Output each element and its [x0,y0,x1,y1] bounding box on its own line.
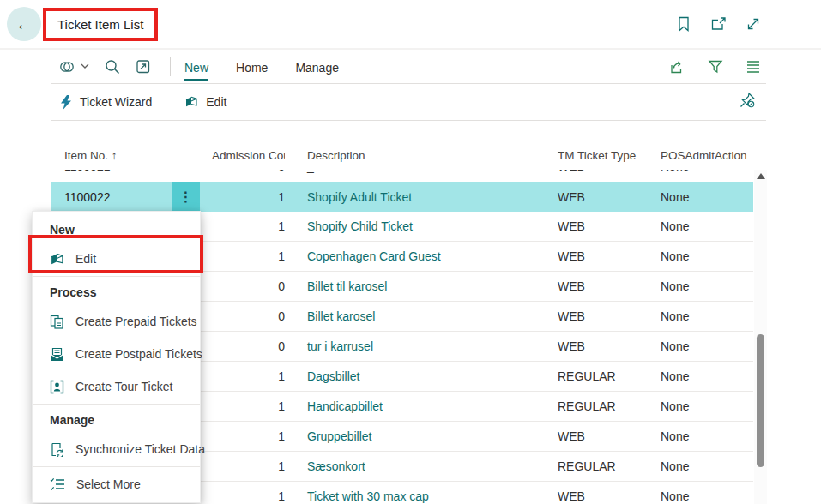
column-header-admission-count[interactable]: Admission Count [212,149,285,162]
prepaid-tickets-icon [50,315,64,329]
admit-action-cell: None [659,309,753,323]
ticket-type-cell: WEB [556,279,659,293]
tab-manage[interactable]: Manage [295,53,339,81]
tab-home[interactable]: Home [236,53,268,81]
menu-separator [33,466,200,467]
admit-action-cell: None [659,249,753,263]
analysis-mode-icon [136,59,151,75]
admit-action-cell: None [659,369,753,383]
menu-item-create-postpaid-label: Create Postpaid Tickets [75,347,202,361]
menu-item-select-more-label: Select More [76,477,141,491]
row-ellipsis-button[interactable]: ⋮ [172,182,200,212]
description-link[interactable]: Dagsbillet [307,369,359,383]
admission-count-cell: 1 [212,429,285,443]
menu-item-create-postpaid-tickets[interactable]: Create Postpaid Tickets [33,338,200,370]
admit-action-cell: None [659,190,753,204]
admission-count-cell: 1 [212,369,285,383]
ribbon-divider [170,57,171,76]
ticket-item-list-page: ← Ticket Item List [0,0,821,504]
row-context-menu: New Edit Process Create Prepaid Tickets [32,211,201,503]
description-link[interactable]: Shopify Adult Ticket [307,190,412,204]
analysis-mode-button[interactable] [136,59,151,75]
description-link[interactable]: Ticket with 30 max cap [307,489,429,503]
tour-ticket-icon [50,380,64,394]
admit-action-cell: None [659,279,753,293]
edit-action-button[interactable]: Edit [184,95,226,109]
admission-count-cell: 0 [212,170,285,173]
title-annotation-box: Ticket Item List [43,8,158,41]
admit-action-cell: None [659,339,753,353]
admission-count-cell: 0 [212,279,285,293]
menu-item-select-more[interactable]: Select More [33,468,200,501]
admit-action-cell: None [659,170,753,173]
share-icon[interactable] [669,59,685,75]
expand-icon[interactable] [746,16,761,32]
description-link[interactable]: Sæsonkort [307,459,365,473]
admission-count-cell: 1 [212,489,285,503]
ticket-type-cell: WEB [556,170,659,173]
filter-icon[interactable] [708,59,723,75]
description-link[interactable]: Copenhagen Card Guest [307,249,441,263]
description-link[interactable]: Gruppebillet [307,429,372,443]
tab-new[interactable]: New [184,53,208,81]
admission-count-cell: 1 [212,459,285,473]
open-in-window-icon[interactable] [710,16,727,32]
admission-count-cell: 0 [212,309,285,323]
unpin-button[interactable] [739,92,756,112]
ticket-type-cell: WEB [556,219,659,233]
description-link[interactable]: Billet til karosel [307,279,387,293]
scrollbar-thumb[interactable] [757,334,764,467]
column-header-pos-admit-action[interactable]: POSAdmitAction [659,149,753,162]
menu-separator [33,276,200,277]
menu-item-synchronize-ticket-data[interactable]: Synchronize Ticket Data [33,433,200,465]
top-bar: ← Ticket Item List [0,0,821,50]
lightning-icon [60,95,72,110]
description-cell: _ [285,170,556,173]
description-link[interactable]: tur i karrusel [307,339,373,353]
list-details-icon[interactable] [746,60,761,74]
admit-action-cell: None [659,459,753,473]
ribbon-right-icons [669,59,761,75]
table-header-row: Item No. ↑ Admission Count Description T… [51,141,753,170]
views-button[interactable] [58,59,89,75]
menu-item-create-prepaid-label: Create Prepaid Tickets [75,315,197,328]
ticket-type-cell: REGULAR [556,399,659,413]
ticket-type-cell: WEB [556,190,659,204]
description-link[interactable]: Billet karosel [307,309,375,323]
menu-item-create-tour-ticket[interactable]: Create Tour Ticket [33,370,200,403]
chevron-down-icon [81,63,89,69]
back-button[interactable]: ← [7,7,41,41]
menu-item-create-prepaid-tickets[interactable]: Create Prepaid Tickets [33,305,200,338]
menu-section-new: New [33,215,200,243]
admission-count-cell: 0 [212,339,285,353]
item-no-cell: 1100021 [51,170,212,173]
menu-section-process: Process [33,278,200,305]
action-bar: Ticket Wizard Edit [51,84,766,121]
description-link[interactable]: Shopify Child Ticket [307,219,413,233]
column-header-tm-ticket-type[interactable]: TM Ticket Type [556,149,659,162]
partial-table-row[interactable]: 1100021 0 _ WEB None [51,170,753,182]
ticket-type-cell: WEB [556,309,659,323]
description-link[interactable]: Handicapbillet [307,399,383,413]
bookmark-icon[interactable] [676,16,691,32]
search-button[interactable] [105,59,120,75]
ticket-wizard-button[interactable]: Ticket Wizard [60,95,152,110]
column-header-description[interactable]: Description [285,149,556,162]
edit-icon [184,95,198,109]
topbar-icon-group [676,0,761,48]
menu-item-edit[interactable]: Edit [33,243,200,275]
scroll-up-arrow[interactable] [757,173,765,179]
column-header-item-no[interactable]: Item No. ↑ [51,149,212,162]
admission-count-cell: 1 [212,399,285,413]
selected-table-row[interactable]: 1100022 1 Shopify Adult Ticket WEB None … [51,182,753,212]
ticket-type-cell: REGULAR [556,369,659,383]
back-arrow-icon: ← [15,15,33,33]
admit-action-cell: None [659,399,753,413]
menu-item-synchronize-label: Synchronize Ticket Data [75,442,205,456]
vertical-scrollbar[interactable] [754,170,767,504]
synchronize-icon [50,442,64,457]
item-no-link[interactable]: 1100022 [64,190,110,204]
select-more-icon [50,477,65,491]
ribbon-tabs: New Home Manage [184,53,339,81]
admit-action-cell: None [659,219,753,233]
